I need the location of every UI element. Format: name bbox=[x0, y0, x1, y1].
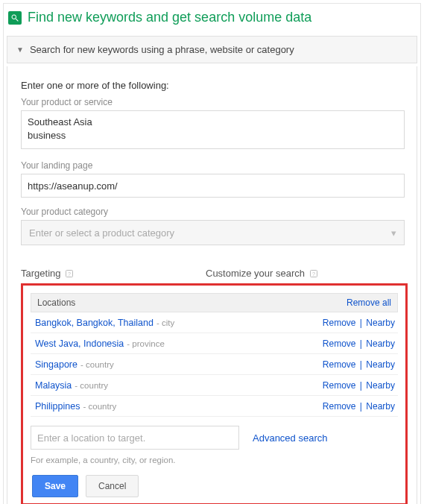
page-title-text: Find new keywords and get search volume … bbox=[28, 10, 311, 25]
customize-section-label: Customize your search ? bbox=[206, 268, 318, 279]
accordion-panel: Enter one or more of the following: Your… bbox=[7, 66, 417, 504]
help-icon[interactable]: ? bbox=[65, 269, 74, 278]
nearby-link[interactable]: Nearby bbox=[366, 380, 395, 391]
page-title: Find new keywords and get search volume … bbox=[4, 4, 420, 33]
location-row: PhilippinescountryRemove | Nearby bbox=[31, 396, 398, 417]
nearby-link[interactable]: Nearby bbox=[366, 338, 395, 349]
location-row: SingaporecountryRemove | Nearby bbox=[31, 354, 398, 375]
location-type: country bbox=[83, 402, 116, 411]
location-name[interactable]: Bangkok, Bangkok, Thailand bbox=[35, 318, 154, 328]
nearby-link[interactable]: Nearby bbox=[366, 318, 395, 328]
cancel-button[interactable]: Cancel bbox=[86, 475, 139, 497]
accordion-label: Search for new keywords using a phrase, … bbox=[30, 44, 294, 55]
category-label: Your product category bbox=[21, 207, 405, 217]
svg-text:?: ? bbox=[69, 271, 72, 276]
location-actions: Remove | Nearby bbox=[323, 359, 395, 370]
locations-list: Bangkok, Bangkok, ThailandcityRemove | N… bbox=[31, 312, 398, 417]
save-button[interactable]: Save bbox=[32, 475, 78, 497]
location-actions: Remove | Nearby bbox=[323, 401, 395, 412]
location-name[interactable]: Malaysia bbox=[35, 380, 72, 391]
location-name[interactable]: West Java, Indonesia bbox=[35, 338, 124, 349]
help-icon[interactable]: ? bbox=[309, 269, 318, 278]
location-actions: Remove | Nearby bbox=[323, 380, 395, 391]
landing-input[interactable] bbox=[21, 174, 405, 198]
location-hint: For example, a country, city, or region. bbox=[31, 456, 398, 464]
targeting-section-label: Targeting ? bbox=[21, 268, 206, 279]
remove-link[interactable]: Remove bbox=[323, 338, 356, 349]
location-row: Bangkok, Bangkok, ThailandcityRemove | N… bbox=[31, 312, 398, 333]
location-name[interactable]: Philippines bbox=[35, 401, 80, 412]
location-type: country bbox=[80, 360, 114, 369]
nearby-link[interactable]: Nearby bbox=[366, 401, 395, 412]
locations-label: Locations bbox=[37, 297, 75, 308]
location-actions: Remove | Nearby bbox=[323, 338, 395, 349]
remove-link[interactable]: Remove bbox=[323, 359, 356, 370]
remove-all-link[interactable]: Remove all bbox=[347, 297, 391, 308]
location-type: province bbox=[127, 339, 165, 348]
chevron-down-icon: ▾ bbox=[391, 227, 396, 239]
remove-link[interactable]: Remove bbox=[323, 318, 356, 328]
location-type: city bbox=[156, 318, 174, 327]
location-row: MalaysiacountryRemove | Nearby bbox=[31, 375, 398, 396]
category-select[interactable]: Enter or select a product category ▾ bbox=[21, 220, 405, 245]
location-row: West Java, IndonesiaprovinceRemove | Nea… bbox=[31, 333, 398, 354]
landing-label: Your landing page bbox=[21, 160, 405, 171]
product-input[interactable] bbox=[21, 110, 405, 149]
form-heading: Enter one or more of the following: bbox=[21, 80, 405, 91]
nearby-link[interactable]: Nearby bbox=[366, 359, 395, 370]
svg-text:?: ? bbox=[312, 271, 315, 276]
location-name[interactable]: Singapore bbox=[35, 359, 77, 370]
accordion-header[interactable]: ▼ Search for new keywords using a phrase… bbox=[7, 36, 417, 63]
locations-header: Locations Remove all bbox=[31, 293, 398, 312]
search-icon bbox=[8, 11, 22, 25]
targeting-text: Targeting bbox=[21, 268, 60, 279]
targeting-panel: Locations Remove all Bangkok, Bangkok, T… bbox=[21, 283, 408, 504]
chevron-down-icon: ▼ bbox=[16, 45, 24, 54]
location-input[interactable] bbox=[31, 426, 239, 450]
location-type: country bbox=[75, 381, 108, 390]
customize-text: Customize your search bbox=[206, 268, 305, 279]
category-placeholder: Enter or select a product category bbox=[29, 227, 174, 239]
remove-link[interactable]: Remove bbox=[323, 401, 356, 412]
product-label: Your product or service bbox=[21, 97, 405, 107]
app-frame: Find new keywords and get search volume … bbox=[3, 3, 421, 504]
advanced-search-link[interactable]: Advanced search bbox=[253, 432, 327, 444]
remove-link[interactable]: Remove bbox=[323, 380, 356, 391]
location-actions: Remove | Nearby bbox=[323, 318, 395, 328]
